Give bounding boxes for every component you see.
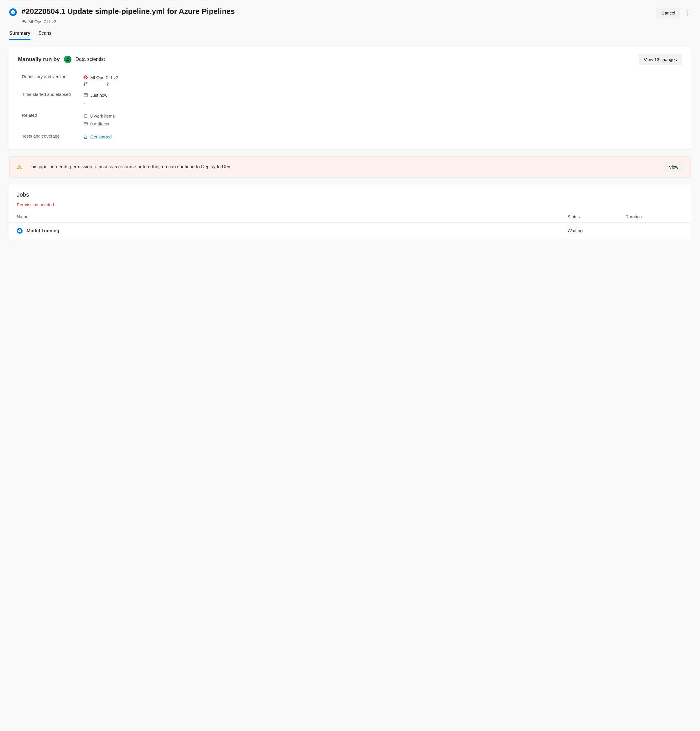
view-permission-button[interactable]: View [664,162,684,172]
flask-icon [83,134,88,139]
run-title: #20220504.1 Update simple-pipeline.yml f… [21,7,656,16]
permission-needed-text: Permission needed [17,202,683,207]
time-elapsed: - [83,99,85,107]
avatar [64,56,72,63]
svg-rect-10 [84,122,87,125]
svg-rect-0 [22,22,25,23]
pipeline-name[interactable]: MLOps CLI v2 [28,19,56,24]
svg-point-7 [107,83,108,84]
work-items[interactable]: 0 work items [90,112,114,120]
col-status: Status [567,214,625,219]
svg-point-5 [84,85,85,85]
svg-point-3 [687,15,688,15]
artifacts[interactable]: 0 artifacts [90,120,109,128]
tabs: Summary Scans [0,24,700,40]
svg-point-1 [687,10,688,11]
col-name: Name [17,214,567,219]
svg-rect-9 [84,115,87,117]
jobs-card: Jobs Permission needed Name Status Durat… [9,185,691,239]
calendar-icon [83,92,88,97]
job-status-icon [17,228,23,234]
svg-rect-8 [84,94,87,97]
cancel-button[interactable]: Cancel [656,8,680,18]
related-label: Related [22,112,80,128]
branch-icon [83,81,88,86]
warning-text: This pipeline needs permission to access… [29,163,658,170]
workitem-icon [83,113,88,118]
artifact-icon [83,121,88,126]
svg-point-4 [84,82,85,82]
job-row[interactable]: Model Training Waiting [9,223,691,239]
repo-value[interactable]: MLOps CLI v2 [90,73,118,81]
run-by-label: Manually run by [18,56,60,63]
run-by-user[interactable]: Data scientist [76,56,105,62]
git-icon [83,75,88,80]
tests-get-started-link[interactable]: Get started [90,133,112,141]
col-duration: Duration [625,214,683,219]
warning-icon [16,164,22,170]
repo-label: Repository and version [22,73,80,86]
job-status: Waiting [567,228,625,233]
commit-icon [105,81,110,86]
jobs-title: Jobs [17,191,683,198]
time-label: Time started and elapsed [22,91,80,107]
tab-scans[interactable]: Scans [38,31,51,40]
view-changes-button[interactable]: View 13 changes [638,54,682,65]
tab-summary[interactable]: Summary [9,31,31,40]
pipeline-icon [21,19,26,24]
run-status-icon [9,9,17,16]
svg-point-2 [687,12,688,13]
permission-warning-banner: This pipeline needs permission to access… [9,156,691,178]
job-name: Model Training [26,228,59,233]
summary-card: Manually run by Data scientist View 13 c… [9,47,691,150]
more-actions-button[interactable] [685,9,691,18]
tests-label: Tests and coverage [22,133,80,141]
svg-point-6 [86,82,87,83]
page-header: #20220504.1 Update simple-pipeline.yml f… [0,0,700,24]
time-started: Just now [90,91,107,99]
